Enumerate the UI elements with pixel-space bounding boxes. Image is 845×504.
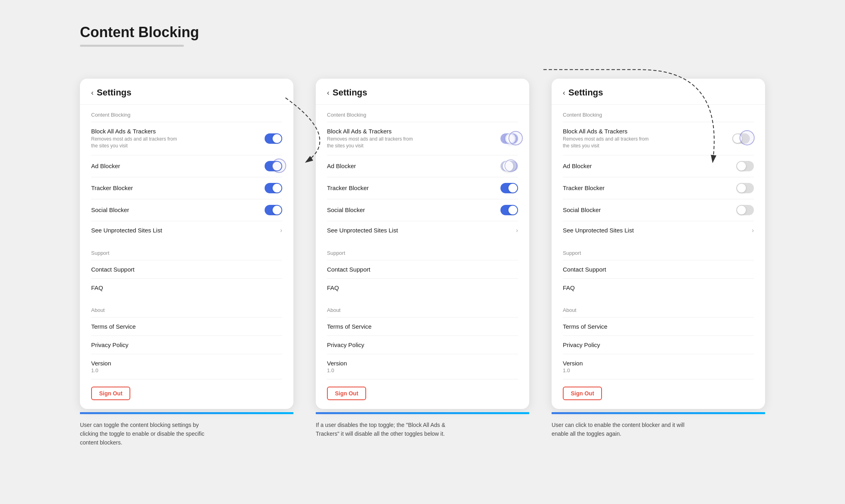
section-label-cb-2: Content Blocking <box>327 112 518 118</box>
main-toggle-row-1: Block All Ads & Trackers Removes most ad… <box>91 122 282 155</box>
tos-text-3: Terms of Service <box>563 323 608 330</box>
contact-support-3[interactable]: Contact Support <box>563 260 754 279</box>
support-section-1: Support Contact Support FAQ <box>80 243 293 297</box>
ad-blocker-label-2: Ad Blocker <box>327 163 356 169</box>
ad-blocker-toggle-1[interactable] <box>265 161 282 171</box>
sign-out-button-3[interactable]: Sign Out <box>563 387 602 400</box>
main-toggle-wrapper-3 <box>732 133 754 144</box>
tos-text-2: Terms of Service <box>327 323 372 330</box>
contact-support-2[interactable]: Contact Support <box>327 260 518 279</box>
back-button-2[interactable]: ‹ <box>327 89 329 97</box>
caption-2: If a user disables the top toggle; the "… <box>316 421 452 439</box>
privacy-2[interactable]: Privacy Policy <box>327 336 518 354</box>
social-blocker-label-2: Social Blocker <box>327 206 365 213</box>
tracker-blocker-row-1: Tracker Blocker <box>91 177 282 199</box>
card-title-3: Settings <box>568 87 603 98</box>
social-blocker-row-3: Social Blocker <box>563 199 754 221</box>
blue-bar-2 <box>316 412 529 414</box>
main-toggle-sublabel-3: Removes most ads and all trackers from t… <box>563 136 651 149</box>
support-section-3: Support Contact Support FAQ <box>552 243 765 297</box>
main-toggle-label-2: Block All Ads & Trackers <box>327 128 500 135</box>
version-3: Version 1.0 <box>563 354 754 379</box>
sign-out-button-1[interactable]: Sign Out <box>91 387 130 400</box>
card-body-3: Content Blocking Block All Ads & Tracker… <box>552 105 765 409</box>
social-blocker-row-2: Social Blocker <box>327 199 518 221</box>
ad-blocker-knob-1 <box>273 162 281 171</box>
main-toggle-left-3: Block All Ads & Trackers Removes most ad… <box>563 128 732 149</box>
faq-1[interactable]: FAQ <box>91 279 282 297</box>
main-toggle-label-3: Block All Ads & Trackers <box>563 128 732 135</box>
chevron-right-icon-3: › <box>752 227 754 234</box>
contact-support-text-1: Contact Support <box>91 266 134 273</box>
social-blocker-toggle-3[interactable] <box>736 205 754 215</box>
tracker-blocker-toggle-3[interactable] <box>736 183 754 193</box>
social-blocker-knob-1 <box>273 206 281 214</box>
see-list-row-2[interactable]: See Unprotected Sites List › <box>327 221 518 240</box>
about-label-3: About <box>563 307 754 313</box>
privacy-3[interactable]: Privacy Policy <box>563 336 754 354</box>
social-blocker-toggle-2[interactable] <box>500 205 518 215</box>
version-num-3: 1.0 <box>563 367 754 373</box>
ad-blocker-wrapper-2 <box>500 161 518 171</box>
card-header-1: ‹ Settings <box>80 79 293 105</box>
about-section-3: About Terms of Service Privacy Policy Ve… <box>552 300 765 379</box>
version-label-2: Version <box>327 360 518 367</box>
see-list-label-3: See Unprotected Sites List <box>563 227 634 234</box>
tracker-blocker-row-3: Tracker Blocker <box>563 177 754 199</box>
ad-blocker-toggle-3[interactable] <box>736 161 754 171</box>
social-blocker-row-1: Social Blocker <box>91 199 282 221</box>
about-items-2: Terms of Service Privacy Policy Version … <box>327 317 518 379</box>
tracker-blocker-toggle-1[interactable] <box>265 183 282 193</box>
support-items-1: Contact Support FAQ <box>91 260 282 297</box>
page-container: Content Blocking <box>0 0 845 471</box>
faq-text-2: FAQ <box>327 284 339 291</box>
main-toggle-row-2: Block All Ads & Trackers Removes most ad… <box>327 122 518 155</box>
about-label-1: About <box>91 307 282 313</box>
see-list-row-3[interactable]: See Unprotected Sites List › <box>563 221 754 240</box>
tos-3[interactable]: Terms of Service <box>563 317 754 336</box>
support-section-2: Support Contact Support FAQ <box>316 243 529 297</box>
main-toggle-wrapper-2 <box>500 133 518 144</box>
main-toggle-label-1: Block All Ads & Trackers <box>91 128 265 135</box>
settings-card-1: ‹ Settings Content Blocking Block All <box>80 79 293 409</box>
page-title: Content Blocking <box>80 24 765 41</box>
faq-3[interactable]: FAQ <box>563 279 754 297</box>
version-1: Version 1.0 <box>91 354 282 379</box>
see-list-label-1: See Unprotected Sites List <box>91 227 162 234</box>
caption-3: User can click to enable the content blo… <box>552 421 688 439</box>
tracker-blocker-row-2: Tracker Blocker <box>327 177 518 199</box>
social-blocker-toggle-1[interactable] <box>265 205 282 215</box>
contact-support-text-3: Contact Support <box>563 266 606 273</box>
faq-2[interactable]: FAQ <box>327 279 518 297</box>
privacy-text-1: Privacy Policy <box>91 341 128 348</box>
main-toggle-1[interactable] <box>265 133 282 144</box>
ad-blocker-row-1: Ad Blocker <box>91 155 282 177</box>
tracker-blocker-knob-1 <box>273 184 281 192</box>
contact-support-1[interactable]: Contact Support <box>91 260 282 279</box>
see-list-row-1[interactable]: See Unprotected Sites List › <box>91 221 282 240</box>
main-toggle-off-3[interactable] <box>732 133 750 144</box>
back-button-3[interactable]: ‹ <box>563 89 565 97</box>
tos-1[interactable]: Terms of Service <box>91 317 282 336</box>
panel-1-wrapper: ‹ Settings Content Blocking Block All <box>80 79 293 447</box>
main-toggle-mid-2[interactable] <box>500 133 518 144</box>
ad-blocker-toggle-2[interactable] <box>500 161 518 171</box>
about-items-3: Terms of Service Privacy Policy Version … <box>563 317 754 379</box>
panel-2-wrapper: ‹ Settings Content Blocking Block All Ad… <box>316 79 529 438</box>
tracker-blocker-label-1: Tracker Blocker <box>91 185 133 191</box>
social-blocker-knob-2 <box>508 206 517 214</box>
panels-row: ‹ Settings Content Blocking Block All <box>80 79 765 447</box>
section-label-cb-3: Content Blocking <box>563 112 754 118</box>
tracker-blocker-label-2: Tracker Blocker <box>327 185 369 191</box>
sign-out-button-2[interactable]: Sign Out <box>327 387 366 400</box>
main-toggle-left-2: Block All Ads & Trackers Removes most ad… <box>327 128 500 149</box>
privacy-1[interactable]: Privacy Policy <box>91 336 282 354</box>
back-button-1[interactable]: ‹ <box>91 89 94 97</box>
tos-2[interactable]: Terms of Service <box>327 317 518 336</box>
card-title-2: Settings <box>333 87 367 98</box>
privacy-text-2: Privacy Policy <box>327 341 364 348</box>
panels-area: ‹ Settings Content Blocking Block All <box>80 79 765 447</box>
tracker-blocker-knob-2 <box>508 184 517 192</box>
tracker-blocker-toggle-2[interactable] <box>500 183 518 193</box>
section-items-cb-1: Block All Ads & Trackers Removes most ad… <box>91 122 282 240</box>
